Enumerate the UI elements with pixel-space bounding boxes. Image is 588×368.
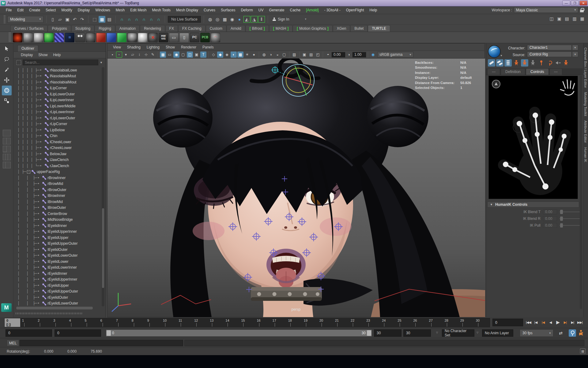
backface-icon[interactable]: ▢ xyxy=(281,52,287,58)
maximize-button[interactable]: ❐ xyxy=(571,1,579,6)
camera-attributes-icon[interactable]: ▫ xyxy=(116,52,122,58)
next-key-button[interactable]: ▶| xyxy=(562,318,569,326)
menu-item[interactable]: File xyxy=(3,8,14,12)
oversc​an-icon[interactable]: ⊹ xyxy=(143,52,149,58)
frame-cell[interactable]: 6 xyxy=(99,318,114,327)
live-surface-field[interactable]: No Live Surface xyxy=(168,16,201,23)
skeleton-mode-icon[interactable] xyxy=(504,59,512,67)
color-management-icon[interactable]: ◉ xyxy=(370,52,376,58)
sidebar-vertical-tab[interactable]: Attribute Editor xyxy=(584,121,587,143)
outliner-row[interactable]: │ │ ├─• −rEyelidOuter xyxy=(17,294,102,301)
shelf-tab[interactable]: Rigging xyxy=(95,25,115,32)
body-icon[interactable] xyxy=(562,59,570,67)
shelf-tab[interactable]: Custom xyxy=(206,25,226,32)
resolution-gate-icon[interactable]: ▭ xyxy=(167,52,173,58)
skeleton-icon[interactable] xyxy=(513,59,520,67)
range-slider[interactable]: 0 30 xyxy=(106,329,372,337)
shelf-icon-maya-burst[interactable] xyxy=(13,33,22,42)
play-forwards-button[interactable]: ▶ xyxy=(554,318,561,326)
step-back-frame-button[interactable]: |◀ xyxy=(532,318,539,326)
render-view-icon[interactable]: ◉ xyxy=(229,16,236,23)
frame-cell[interactable]: 20 xyxy=(318,318,333,327)
menu-item[interactable]: OpenFlight xyxy=(343,8,367,12)
frame-cell[interactable]: 2 xyxy=(36,318,51,327)
frame-cell[interactable]: 30 xyxy=(474,318,490,327)
character-set-dropdown[interactable]: No Character Set xyxy=(442,329,474,337)
charpanel-scrollbar[interactable] xyxy=(580,76,582,309)
outliner-row[interactable]: │ │ │ │ ├─• −BelowJaw xyxy=(17,151,102,157)
outliner-row[interactable]: │ │ │ │ ├─• −rNasolabialMout xyxy=(17,79,102,85)
move-tool[interactable] xyxy=(2,75,12,85)
mel-command-input[interactable] xyxy=(20,340,183,346)
fps-dropdown[interactable]: 30 fps xyxy=(520,329,553,337)
lasso-tool[interactable] xyxy=(2,54,12,64)
menu-item[interactable]: Cache xyxy=(287,8,303,12)
outliner-row[interactable]: │ │ ├─• −rBrowInner xyxy=(17,175,102,181)
shelf-icon-sphere-silver[interactable] xyxy=(34,33,43,42)
title-bar[interactable]: M Autodesk Maya 2017: I:\personal\RealAn… xyxy=(0,0,588,6)
menu-item[interactable]: Edit xyxy=(14,8,26,12)
source-dropdown[interactable]: Control Rig xyxy=(527,52,572,57)
shelf-tab[interactable]: FX Caching xyxy=(178,25,205,32)
sign-in-dropdown[interactable]: Sign In xyxy=(271,16,307,23)
shelf-tab[interactable]: Rendering xyxy=(140,25,165,32)
viewport-menu-item[interactable]: Panels xyxy=(199,45,217,49)
select-camera-icon[interactable]: ▪ xyxy=(109,52,115,58)
shelf-tab[interactable]: Animation xyxy=(115,25,140,32)
frame-cell[interactable]: 5 xyxy=(83,318,98,327)
shelf-icon-mash-dark[interactable]: ▦ xyxy=(65,33,74,42)
control-rig-icon[interactable] xyxy=(521,59,528,67)
ik-slider[interactable] xyxy=(560,209,580,214)
outliner-row[interactable]: │ │ ├─• −lBrowOuter xyxy=(17,205,102,211)
go-to-start-button[interactable]: |◀◀ xyxy=(525,318,532,326)
redo-icon[interactable]: ↷ xyxy=(79,16,85,23)
menu-item[interactable]: Create xyxy=(26,8,43,12)
menu-item[interactable]: Windows xyxy=(92,8,113,12)
layout-three-pane-button[interactable] xyxy=(3,154,11,160)
outliner-menu-item[interactable]: Display xyxy=(18,53,36,57)
close-button[interactable]: ✕ xyxy=(579,1,587,6)
ipr-render-icon[interactable]: ◎ xyxy=(214,16,221,23)
gamma-field[interactable]: 1.00 xyxy=(352,52,366,57)
menu-item[interactable]: Modify xyxy=(58,8,75,12)
viewport-menu-item[interactable]: View xyxy=(110,45,124,49)
ik-slider[interactable] xyxy=(560,223,580,228)
output-window-icon[interactable]: ▦ xyxy=(580,348,586,354)
statusline-grip[interactable] xyxy=(4,15,6,23)
outliner-row[interactable]: │ │ ├─• −rEyelidUpper xyxy=(17,282,102,289)
outliner-row[interactable]: │ │ ├─• −CenterBrow xyxy=(17,211,102,217)
mel-label[interactable]: MEL xyxy=(7,340,19,346)
frame-cell[interactable]: 11 xyxy=(177,318,192,327)
shelf-icon-hw-vis[interactable]: HW VIS xyxy=(159,33,168,42)
gamma-icon[interactable]: ◒ xyxy=(274,52,281,58)
snap-grid-icon[interactable]: ∩ xyxy=(119,16,125,23)
outliner-row[interactable]: │ │ ├─• −rEyelidLowerOuter xyxy=(17,301,102,307)
outliner-row[interactable]: │ │ ├─• −lEyelidOuter xyxy=(17,247,102,253)
snap-point-icon[interactable]: ∩ xyxy=(133,16,140,23)
frame-cell[interactable]: 1 xyxy=(20,318,36,327)
viewport-menu-item[interactable]: Shading xyxy=(124,45,144,49)
outliner-row[interactable]: │ │ ├─• −rBrowMid xyxy=(17,181,102,187)
shelf-icon-sphere-green[interactable] xyxy=(44,33,54,42)
outliner-row[interactable]: │ │ │ │ ├─• −rLipLowerInner xyxy=(17,109,102,115)
shadows-icon[interactable]: ▩ xyxy=(237,52,243,58)
select-hierarchy-icon[interactable]: ⬚ xyxy=(91,16,98,23)
menu-item[interactable]: Display xyxy=(75,8,92,12)
motion-blur-icon[interactable]: ● xyxy=(251,52,257,58)
frame-cell[interactable]: 28 xyxy=(443,318,458,327)
shelf-icon-sphere-ring[interactable]: ◠ xyxy=(211,33,220,42)
menu-item[interactable]: Surfaces xyxy=(218,8,238,12)
frame-cell[interactable]: 13 xyxy=(208,318,224,327)
shelf-icon-sphere-shadow[interactable] xyxy=(86,33,95,42)
frame-cell[interactable]: 24 xyxy=(380,318,396,327)
outliner-row[interactable]: │ │ │ │ ├─• −rNasolabialLowe xyxy=(17,67,102,73)
outliner-row[interactable]: │ │ │ │ ├─• −LipLowerMiddle xyxy=(17,103,102,109)
auto-keyframe-button[interactable] xyxy=(569,329,576,337)
undo-icon[interactable]: ↶ xyxy=(71,16,78,23)
sidebar-vertical-tab[interactable]: Modeling Toolkit xyxy=(584,92,587,116)
outliner-row[interactable]: │ │ ├─• −lEyelidUpperOuter xyxy=(17,241,102,247)
frame-cell[interactable]: 29 xyxy=(458,318,474,327)
frame-cell[interactable]: 27 xyxy=(427,318,443,327)
frame-cell[interactable]: 18 xyxy=(286,318,302,327)
outliner-row[interactable]: │ │ ├─• −lBrowInner xyxy=(17,193,102,199)
